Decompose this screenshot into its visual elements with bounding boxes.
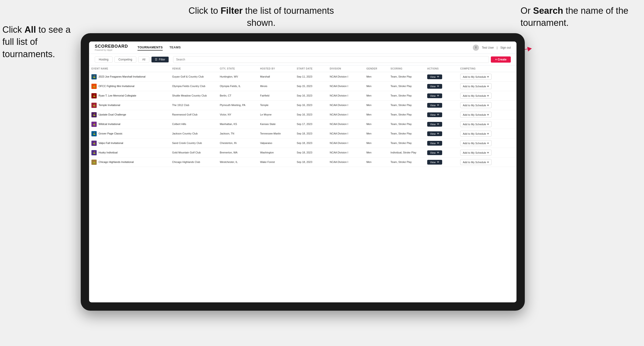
hosted-by-cell: Illinois xyxy=(258,82,294,91)
eye-icon: 👁 xyxy=(437,142,439,145)
table-row: ⛳ Grover Page Classic Jackson Country Cl… xyxy=(89,129,516,139)
plus-icon: + xyxy=(487,94,489,97)
actions-cell: View 👁 xyxy=(425,148,458,158)
add-to-schedule-button[interactable]: Add to My Schedule + xyxy=(460,140,492,146)
sign-out-link[interactable]: Sign out xyxy=(500,46,511,49)
gender-cell: Men xyxy=(364,139,388,148)
eye-icon: 👁 xyxy=(437,85,439,88)
team-logo: ⛳ xyxy=(92,74,97,79)
event-name-cell: ⛳ 2023 Joe Feaganes Marshall Invitationa… xyxy=(92,74,168,79)
event-name-cell: ⛳ Husky Individual xyxy=(92,150,168,155)
view-button[interactable]: View 👁 xyxy=(427,150,442,155)
city-cell: Huntington, WV xyxy=(217,72,258,82)
scoring-cell: Team, Stroke Play xyxy=(388,72,425,82)
division-cell: NCAA Division I xyxy=(328,148,364,158)
view-button[interactable]: View 👁 xyxy=(427,84,442,89)
start-date-cell: Sep 16, 2023 xyxy=(294,110,328,120)
col-header-competing: COMPETING xyxy=(458,65,516,72)
annotation-filter: Click to Filter the list of tournaments … xyxy=(178,5,344,29)
filter-button[interactable]: ☰ Filter xyxy=(151,56,169,63)
start-date-cell: Sep 16, 2023 xyxy=(294,91,328,101)
hosted-by-cell: Marshall xyxy=(258,72,294,82)
table-row: ⛳ Wildcat Invitational Colbert HillsManh… xyxy=(89,120,516,129)
team-logo: ⛳ xyxy=(92,122,97,127)
gender-cell: Men xyxy=(364,120,388,129)
tab-teams[interactable]: TEAMS xyxy=(169,45,181,50)
add-to-schedule-button[interactable]: Add to My Schedule + xyxy=(460,83,492,89)
view-button[interactable]: View 👁 xyxy=(427,93,442,98)
venue-cell: Sand Creek Country Club xyxy=(170,139,218,148)
add-to-schedule-button[interactable]: Add to My Schedule + xyxy=(460,131,492,137)
actions-cell: View 👁 xyxy=(425,91,458,101)
competing-cell: Add to My Schedule + xyxy=(458,82,516,91)
actions-cell: View 👁 xyxy=(425,129,458,139)
team-logo: ⛳ xyxy=(92,93,97,98)
scoring-cell: Team, Stroke Play xyxy=(388,110,425,120)
actions-cell: View 👁 xyxy=(425,139,458,148)
actions-cell: View 👁 xyxy=(425,82,458,91)
view-button[interactable]: View 👁 xyxy=(427,74,442,79)
division-cell: NCAA Division I xyxy=(328,101,364,110)
city-cell: Olympia Fields, IL xyxy=(217,82,258,91)
table-row: ⛳ Husky Individual Gold Mountain Golf Cl… xyxy=(89,148,516,158)
col-header-gender: GENDER xyxy=(364,65,388,72)
venue-cell: Olympia Fields Country Club xyxy=(170,82,218,91)
search-input[interactable] xyxy=(173,56,489,63)
tournaments-table-container: EVENT NAME VENUE CITY, STATE HOSTED BY S… xyxy=(89,65,516,302)
all-filter-button[interactable]: All xyxy=(138,56,149,63)
tab-tournaments[interactable]: TOURNAMENTS xyxy=(138,45,163,50)
event-name-cell: ⛳ OFCC Fighting Illini Invitational xyxy=(92,84,168,89)
competing-cell: Add to My Schedule + xyxy=(458,101,516,110)
venue-cell: Guyan Golf & Country Club xyxy=(170,72,218,82)
hosted-by-cell: Temple xyxy=(258,101,294,110)
actions-cell: View 👁 xyxy=(425,158,458,167)
add-to-schedule-button[interactable]: Add to My Schedule + xyxy=(460,121,492,127)
start-date-cell: Sep 11, 2023 xyxy=(294,72,328,82)
view-button[interactable]: View 👁 xyxy=(427,131,442,136)
create-button[interactable]: + Create xyxy=(491,56,511,63)
team-logo: ⛳ xyxy=(92,84,97,89)
view-button[interactable]: View 👁 xyxy=(427,112,442,117)
city-cell: Jackson, TN xyxy=(217,129,258,139)
view-button[interactable]: View 👁 xyxy=(427,122,442,127)
col-header-venue: VENUE xyxy=(170,65,218,72)
competing-cell: Add to My Schedule + xyxy=(458,91,516,101)
add-to-schedule-button[interactable]: Add to My Schedule + xyxy=(460,159,492,165)
hosting-filter-button[interactable]: Hosting xyxy=(95,56,112,63)
gender-cell: Men xyxy=(364,158,388,167)
division-cell: NCAA Division I xyxy=(328,129,364,139)
competing-filter-button[interactable]: Competing xyxy=(114,56,136,63)
view-button[interactable]: View 👁 xyxy=(427,160,442,165)
start-date-cell: Sep 18, 2023 xyxy=(294,148,328,158)
view-button[interactable]: View 👁 xyxy=(427,103,442,108)
city-cell: Victor, NY xyxy=(217,110,258,120)
hosted-by-cell: Kansas State xyxy=(258,120,294,129)
app-screen: SCOREBOARD Powered by clippd TOURNAMENTS… xyxy=(89,41,516,302)
event-name-cell: ⛳ Ryan T. Lee Memorial Collegiate xyxy=(92,93,168,98)
venue-cell: The 1912 Club xyxy=(170,101,218,110)
separator: | xyxy=(497,46,498,49)
add-to-schedule-button[interactable]: Add to My Schedule + xyxy=(460,150,492,156)
add-to-schedule-button[interactable]: Add to My Schedule + xyxy=(460,102,492,108)
start-date-cell: Sep 17, 2023 xyxy=(294,120,328,129)
add-to-schedule-button[interactable]: Add to My Schedule + xyxy=(460,74,492,80)
competing-cell: Add to My Schedule + xyxy=(458,120,516,129)
event-name-cell: ⛳ Upstate Dual Challenge xyxy=(92,112,168,117)
competing-cell: Add to My Schedule + xyxy=(458,139,516,148)
venue-cell: Jackson Country Club xyxy=(170,129,218,139)
venue-cell: Colbert Hills xyxy=(170,120,218,129)
eye-icon: 👁 xyxy=(437,132,439,135)
competing-cell: Add to My Schedule + xyxy=(458,129,516,139)
view-button[interactable]: View 👁 xyxy=(427,141,442,146)
col-header-division: DIVISION xyxy=(328,65,364,72)
add-to-schedule-button[interactable]: Add to My Schedule + xyxy=(460,112,492,118)
table-row: ⛳ Temple Invitational The 1912 ClubPlymo… xyxy=(89,101,516,110)
logo-area: SCOREBOARD Powered by clippd xyxy=(95,44,128,51)
start-date-cell: Sep 18, 2023 xyxy=(294,129,328,139)
actions-cell: View 👁 xyxy=(425,120,458,129)
add-to-schedule-button[interactable]: Add to My Schedule + xyxy=(460,93,492,99)
city-cell: Bremerton, WA xyxy=(217,148,258,158)
division-cell: NCAA Division I xyxy=(328,91,364,101)
team-logo: ⛳ xyxy=(92,131,97,136)
hosted-by-cell: Washington xyxy=(258,148,294,158)
